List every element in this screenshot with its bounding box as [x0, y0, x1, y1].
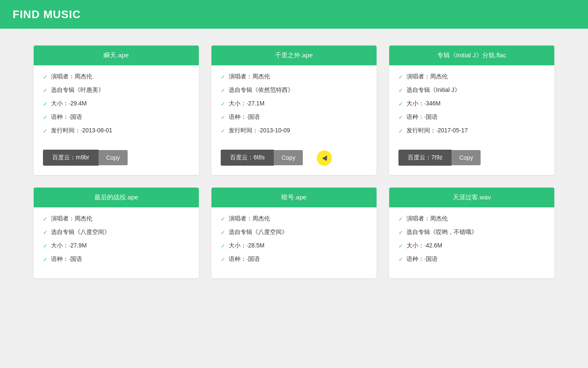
music-card-2: 千里之外.ape ✓ 演唱者：周杰伦 ✓ 选自专辑《依然范特西》 ✓ 大小：·2… [211, 46, 377, 175]
card-4-size-row: ✓ 大小：·27.9M [43, 242, 190, 250]
card-3-lang: 语种：·国语 [406, 113, 438, 121]
card-1-footer: 百度云：m9br Copy [34, 150, 199, 175]
card-2-copy-button[interactable]: Copy [274, 150, 303, 165]
check-icon: ✓ [398, 256, 403, 263]
card-1-release-row: ✓ 发行时间：·2013-08-01 [43, 127, 190, 134]
card-3-baidu-code: 百度云：7t9z [398, 150, 452, 166]
card-2-baidu-code: 百度云：6t8s [221, 150, 274, 166]
card-5-size: 大小：·28.5M [229, 242, 265, 250]
check-icon: ✓ [221, 128, 225, 134]
card-4-body: ✓ 演唱者：周杰伦 ✓ 选自专辑《八度空间》 ✓ 大小：·27.9M ✓ 语种：… [34, 207, 199, 278]
card-2-album-row: ✓ 选自专辑《依然范特西》 [221, 86, 367, 94]
card-3-title: 专辑《Initial J》分轨.flac [389, 46, 554, 65]
music-grid: 瞬天.ape ✓ 演唱者：周杰伦 ✓ 选自专辑《叶惠美》 ✓ 大小：·29.4M… [34, 46, 554, 278]
card-2-lang-row: ✓ 语种：·国语 [221, 113, 367, 121]
card-6-size: 大小：·42.6M [406, 242, 442, 250]
music-card-1: 瞬天.ape ✓ 演唱者：周杰伦 ✓ 选自专辑《叶惠美》 ✓ 大小：·29.4M… [34, 46, 199, 175]
card-1-title: 瞬天.ape [34, 46, 199, 65]
check-icon: ✓ [398, 128, 403, 134]
card-1-lang: 语种：·国语 [51, 113, 82, 121]
card-2-lang: 语种：·国语 [229, 113, 260, 121]
check-icon: ✓ [398, 101, 403, 107]
check-icon: ✓ [43, 243, 48, 249]
card-3-footer: 百度云：7t9z Copy [389, 150, 554, 175]
card-4-album-row: ✓ 选自专辑《八度空间》 [43, 228, 190, 236]
card-2-size: 大小：·27.1M [229, 100, 265, 107]
header: FIND MUSIC [0, 0, 588, 29]
card-3-release: 发行时间：·2017-05-17 [406, 127, 468, 134]
music-card-5: 暗号.ape ✓ 演唱者：周杰伦 ✓ 选自专辑《八度空间》 ✓ 大小：·28.5… [211, 188, 377, 278]
card-1-copy-button[interactable]: Copy [99, 150, 128, 165]
card-1-release: 发行时间：·2013-08-01 [51, 127, 112, 134]
card-2-release-row: ✓ 发行时间：·2013-10-09 [221, 127, 367, 134]
card-3-body: ✓ 演唱者：周杰伦 ✓ 选自专辑《Initial J》 ✓ 大小：·346M ✓… [389, 65, 554, 150]
card-4-size: 大小：·27.9M [51, 242, 87, 250]
card-2-album: 选自专辑《依然范特西》 [229, 86, 294, 94]
card-6-artist-row: ✓ 演唱者：周杰伦 [398, 215, 545, 223]
card-2-body: ✓ 演唱者：周杰伦 ✓ 选自专辑《依然范特西》 ✓ 大小：·27.1M ✓ 语种… [211, 65, 377, 150]
check-icon: ✓ [221, 101, 225, 107]
check-icon: ✓ [221, 256, 225, 263]
check-icon: ✓ [221, 229, 225, 236]
card-3-size: 大小：·346M [406, 100, 441, 107]
check-icon: ✓ [43, 74, 48, 80]
card-5-body: ✓ 演唱者：周杰伦 ✓ 选自专辑《八度空间》 ✓ 大小：·28.5M ✓ 语种：… [211, 207, 377, 278]
check-icon: ✓ [221, 87, 225, 94]
card-1-artist: 演唱者：周杰伦 [51, 73, 92, 81]
check-icon: ✓ [43, 128, 48, 134]
check-icon: ✓ [221, 243, 225, 249]
card-4-album: 选自专辑《八度空间》 [51, 228, 110, 236]
card-2-title: 千里之外.ape [211, 46, 377, 65]
music-card-3: 专辑《Initial J》分轨.flac ✓ 演唱者：周杰伦 ✓ 选自专辑《In… [389, 46, 554, 175]
check-icon: ✓ [221, 216, 225, 222]
check-icon: ✓ [398, 216, 403, 222]
main-content: 瞬天.ape ✓ 演唱者：周杰伦 ✓ 选自专辑《叶惠美》 ✓ 大小：·29.4M… [0, 29, 588, 295]
check-icon: ✓ [221, 114, 225, 121]
card-6-size-row: ✓ 大小：·42.6M [398, 242, 545, 250]
card-6-lang: 语种：·国语 [406, 255, 438, 263]
card-4-lang: 语种：·国语 [51, 255, 82, 263]
card-3-album-row: ✓ 选自专辑《Initial J》 [398, 86, 545, 94]
card-6-body: ✓ 演唱者：周杰伦 ✓ 选自专辑《哎哟，不错哦》 ✓ 大小：·42.6M ✓ 语… [389, 207, 554, 278]
card-2-release: 发行时间：·2013-10-09 [229, 127, 290, 134]
check-icon: ✓ [43, 114, 48, 121]
card-1-size-row: ✓ 大小：·29.4M [43, 100, 190, 107]
card-2-footer: 百度云：6t8s Copy [211, 150, 377, 175]
card-2-artist: 演唱者：周杰伦 [229, 73, 270, 81]
card-5-artist-row: ✓ 演唱者：周杰伦 [221, 215, 367, 223]
card-6-artist: 演唱者：周杰伦 [406, 215, 448, 223]
card-5-album-row: ✓ 选自专辑《八度空间》 [221, 228, 367, 236]
card-1-album: 选自专辑《叶惠美》 [51, 86, 104, 94]
check-icon: ✓ [43, 216, 48, 222]
card-1-artist-row: ✓ 演唱者：周杰伦 [43, 73, 190, 81]
card-3-size-row: ✓ 大小：·346M [398, 100, 545, 107]
check-icon: ✓ [398, 243, 403, 249]
check-icon: ✓ [43, 229, 48, 236]
card-6-album: 选自专辑《哎哟，不错哦》 [406, 228, 477, 236]
card-5-artist: 演唱者：周杰伦 [229, 215, 270, 223]
music-card-6: 天涯过客.wav ✓ 演唱者：周杰伦 ✓ 选自专辑《哎哟，不错哦》 ✓ 大小：·… [389, 188, 554, 278]
card-1-baidu-code: 百度云：m9br [43, 150, 99, 166]
check-icon: ✓ [398, 114, 403, 121]
music-card-4: 最后的战役.ape ✓ 演唱者：周杰伦 ✓ 选自专辑《八度空间》 ✓ 大小：·2… [34, 188, 199, 278]
check-icon: ✓ [221, 74, 225, 80]
app-title: FIND MUSIC [13, 8, 81, 21]
card-4-artist: 演唱者：周杰伦 [51, 215, 92, 223]
check-icon: ✓ [398, 74, 403, 80]
card-4-artist-row: ✓ 演唱者：周杰伦 [43, 215, 190, 223]
card-4-lang-row: ✓ 语种：·国语 [43, 255, 190, 263]
check-icon: ✓ [398, 229, 403, 236]
card-6-album-row: ✓ 选自专辑《哎哟，不错哦》 [398, 228, 545, 236]
card-6-lang-row: ✓ 语种：·国语 [398, 255, 545, 263]
card-1-album-row: ✓ 选自专辑《叶惠美》 [43, 86, 190, 94]
card-2-size-row: ✓ 大小：·27.1M [221, 100, 367, 107]
card-3-lang-row: ✓ 语种：·国语 [398, 113, 545, 121]
check-icon: ✓ [43, 256, 48, 263]
card-3-album: 选自专辑《Initial J》 [406, 86, 460, 94]
card-3-copy-button[interactable]: Copy [452, 150, 481, 165]
check-icon: ✓ [398, 87, 403, 94]
card-3-artist: 演唱者：周杰伦 [406, 73, 448, 81]
card-5-album: 选自专辑《八度空间》 [229, 228, 288, 236]
card-1-size: 大小：·29.4M [51, 100, 87, 107]
card-6-title: 天涯过客.wav [389, 188, 554, 207]
